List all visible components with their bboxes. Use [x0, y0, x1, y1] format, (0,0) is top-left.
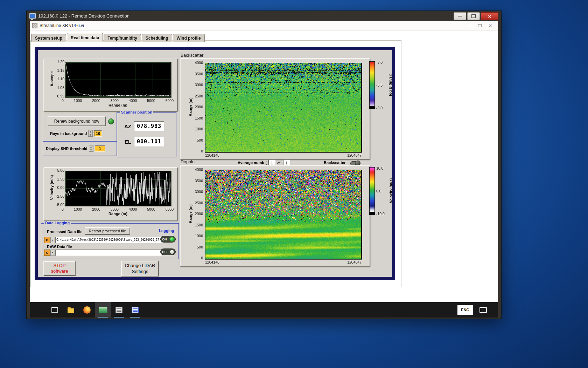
- labview-vi-icon: [32, 23, 37, 28]
- raw-browse-button[interactable]: ▸: [50, 250, 55, 256]
- background-group: Renew background now Rays in background …: [43, 112, 117, 141]
- toggle-led: [170, 237, 174, 241]
- tab-temp-humidity[interactable]: Temp/humidity: [104, 34, 141, 42]
- tab-real-time-data[interactable]: Real time data: [67, 33, 103, 42]
- change-lidar-settings-button[interactable]: Change LiDAR Settings: [121, 261, 159, 277]
- elevation-value: 000.101: [134, 137, 164, 146]
- folder-icon: [68, 308, 74, 313]
- raw-drive-box[interactable]: C: [44, 250, 50, 256]
- velocity-x-ticks: 0100020003000400050006000: [62, 207, 174, 211]
- tick-label: 1.05: [57, 86, 64, 90]
- tab-wind-profile[interactable]: Wind profile: [173, 34, 205, 42]
- notification-button[interactable]: [477, 302, 489, 318]
- tick-label: 0.00: [57, 185, 64, 190]
- tick-label: 1000: [195, 127, 203, 131]
- rdp-minimize-button[interactable]: [454, 12, 466, 20]
- backscatter-y-axis-label: Range (m): [188, 97, 192, 116]
- stop-label-line2: software: [51, 268, 68, 274]
- processed-path-field[interactable]: C:\Lidar\Data\Proc\2023\202309\20230920\…: [55, 237, 162, 243]
- rdp-close-button[interactable]: ×: [481, 12, 498, 20]
- backscatter-plot-area: [205, 63, 362, 153]
- display-snr-threshold-field[interactable]: 1: [95, 145, 105, 152]
- backscatter-time-end: 1204647: [347, 153, 362, 157]
- tick-label: 1.10: [57, 77, 64, 81]
- restart-processed-file-button[interactable]: Restart processed file: [85, 227, 130, 235]
- ascope-plot-area: [65, 62, 172, 98]
- backscatter-time-start: 1204148: [205, 153, 219, 157]
- tab-system-setup[interactable]: System setup: [31, 34, 66, 42]
- backscatter-colorbar-ticks: -3.0-5.5-8.0: [376, 60, 383, 110]
- app-close-button[interactable]: ✕: [485, 22, 496, 29]
- velocity-x-axis-label: Range (m): [65, 212, 171, 216]
- velocity-y-ticks: 5.002.500.00-2.50-5.00: [52, 168, 64, 207]
- doppler-heatmap-canvas: [205, 170, 361, 259]
- scan-schedule-app-button[interactable]: [111, 302, 127, 318]
- tick-label: 1000: [74, 98, 82, 103]
- backscatter-heatmap-canvas: [205, 63, 361, 152]
- notes-app-button[interactable]: [127, 302, 143, 318]
- file-explorer-button[interactable]: [63, 302, 79, 318]
- azimuth-label: AZ: [121, 123, 131, 129]
- tick-label: 1000: [195, 234, 203, 238]
- processed-drive-box[interactable]: C: [44, 237, 50, 243]
- snr-group: Display SNR threshold ▲▼ 1: [43, 141, 117, 156]
- panel-inner: A-scope 1.201.151.101.050.99 01000200030…: [38, 50, 392, 277]
- raw-path-control: C ▸: [44, 250, 162, 256]
- streamline-app-icon: [99, 307, 107, 313]
- backscatter-title: Backscatter: [181, 53, 203, 58]
- tick-label: 1500: [195, 223, 203, 227]
- streamline-app-button[interactable]: [95, 302, 111, 318]
- ascope-y-ticks: 1.201.151.101.050.99: [54, 60, 64, 98]
- of-label: of: [277, 161, 280, 165]
- app-restore-button[interactable]: [475, 22, 485, 29]
- snr-spinner[interactable]: ▲▼: [89, 145, 93, 152]
- processed-logging-toggle[interactable]: ON: [160, 236, 176, 243]
- tick-label: 6000: [166, 98, 174, 103]
- data-logging-title: Data Logging: [44, 221, 71, 225]
- firefox-icon: [83, 306, 91, 314]
- backscatter-toggle-label: Backscatter: [324, 161, 345, 165]
- tick-label: 3000: [111, 207, 119, 211]
- tick-label: 6000: [166, 207, 174, 211]
- tick-label: 3000: [111, 98, 119, 103]
- backscatter-colorbar-title: log B (/m/sr): [388, 74, 392, 96]
- backscatter-colorbar-canvas: [369, 61, 375, 109]
- tick-label: 0: [62, 207, 64, 211]
- velocity-plot-area: [65, 171, 172, 206]
- raw-path-field[interactable]: [55, 250, 162, 256]
- doppler-y-axis-label: Range (m): [188, 204, 192, 223]
- rays-spinner[interactable]: ▲▼: [88, 130, 93, 137]
- display-snr-threshold-label: Display SNR threshold: [46, 146, 88, 151]
- processed-browse-button[interactable]: ▸: [50, 237, 55, 243]
- app-minimize-button[interactable]: —: [464, 22, 475, 29]
- tick-label: 1.15: [57, 68, 64, 73]
- change-label-line1: Change LiDAR: [125, 263, 155, 268]
- task-view-button[interactable]: [47, 302, 63, 318]
- tick-label: 2.50: [57, 177, 64, 181]
- raw-logging-toggle[interactable]: OFF: [160, 248, 176, 255]
- rdp-titlebar[interactable]: 192.168.0.122 - Remote Desktop Connectio…: [27, 11, 501, 21]
- remote-desktop-client: StreamLine XR v14-6.vi — ✕ System setupR…: [30, 21, 498, 318]
- tick-label: 0: [62, 98, 64, 103]
- data-logging-group: Data Logging Processed Data file Restart…: [41, 223, 179, 259]
- doppler-colorbar-canvas: [369, 167, 375, 215]
- firefox-button[interactable]: [79, 302, 95, 318]
- doppler-graph: Range (m) 400035003000250020001500100050…: [180, 165, 370, 267]
- tab-scheduling[interactable]: Scheduling: [142, 34, 172, 42]
- tick-label: 10.0: [376, 166, 385, 170]
- stop-software-button[interactable]: STOP software: [43, 261, 76, 276]
- desktop: 192.168.0.122 - Remote Desktop Connectio…: [0, 0, 588, 368]
- tick-label: 4000: [129, 207, 137, 211]
- task-view-icon: [51, 307, 58, 313]
- change-label-line2: Settings: [132, 269, 148, 274]
- doppler-title: Doppler: [181, 159, 196, 164]
- language-indicator[interactable]: ENG: [457, 305, 473, 315]
- tick-label: 2500: [195, 94, 203, 98]
- rdp-restore-button[interactable]: [467, 12, 480, 20]
- tick-label: 2500: [195, 201, 203, 205]
- rays-in-background-field[interactable]: 10: [94, 130, 102, 137]
- tick-label: 2000: [92, 98, 100, 103]
- doppler-y-ticks: 40003500300025002000150010005000: [192, 168, 203, 260]
- renew-background-button[interactable]: Renew background now: [48, 116, 106, 126]
- app-titlebar[interactable]: StreamLine XR v14-6.vi — ✕: [30, 21, 498, 30]
